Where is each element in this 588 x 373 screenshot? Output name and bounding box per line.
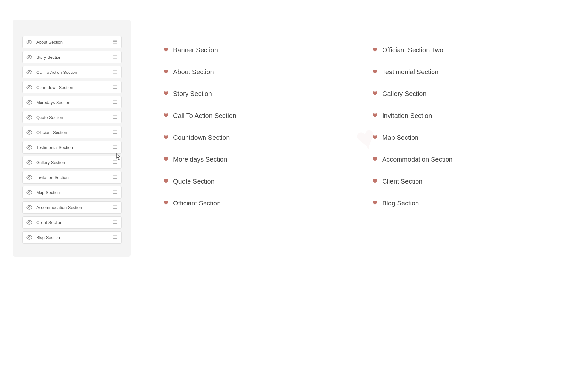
section-row-label: Quote Section [36, 115, 109, 120]
drag-handle-icon[interactable] [113, 130, 117, 135]
svg-point-4 [29, 57, 30, 58]
grid-item-label: Officiant Section [173, 200, 220, 207]
svg-rect-47 [113, 208, 117, 209]
svg-rect-19 [113, 103, 117, 104]
grid-item-label: Call To Action Section [173, 112, 236, 120]
section-row[interactable]: Officiant Section [22, 126, 122, 138]
svg-rect-43 [113, 193, 117, 194]
svg-rect-42 [113, 192, 117, 192]
grid-item-label: Testimonial Section [382, 68, 438, 76]
svg-point-32 [29, 162, 30, 163]
grid-item: Countdown Section [157, 127, 366, 149]
svg-rect-39 [113, 178, 117, 179]
eye-icon [26, 175, 32, 180]
right-content: ♥ Banner Section About Section Story Sec… [157, 20, 575, 257]
svg-point-24 [29, 132, 30, 133]
svg-point-44 [29, 207, 30, 208]
svg-rect-17 [113, 100, 117, 101]
section-row[interactable]: Quote Section [22, 111, 122, 123]
drag-handle-icon[interactable] [113, 85, 117, 90]
eye-icon [26, 115, 32, 120]
section-row[interactable]: Gallery Section [22, 156, 122, 169]
svg-rect-49 [113, 220, 117, 221]
svg-rect-50 [113, 222, 117, 222]
heart-icon [163, 179, 169, 185]
heart-icon [372, 69, 378, 75]
heart-icon [163, 69, 169, 75]
heart-icon [372, 179, 378, 185]
grid-item: About Section [157, 61, 366, 83]
section-row[interactable]: Moredays Section [22, 96, 122, 108]
heart-icon [163, 113, 169, 119]
section-row[interactable]: Blog Section [22, 231, 122, 244]
drag-handle-icon[interactable] [113, 100, 117, 105]
section-row-label: Story Section [36, 55, 109, 60]
section-row-label: Testimonial Section [36, 145, 109, 150]
section-row[interactable]: Invitation Section [22, 171, 122, 184]
svg-rect-55 [113, 238, 117, 239]
svg-rect-23 [113, 118, 117, 119]
section-row[interactable]: Countdown Section [22, 81, 122, 93]
eye-icon [26, 100, 32, 105]
section-row[interactable]: Testimonial Section [22, 141, 122, 154]
section-row[interactable]: Story Section [22, 51, 122, 63]
drag-handle-icon[interactable] [113, 115, 117, 120]
drag-handle-icon[interactable] [113, 160, 117, 165]
svg-rect-31 [113, 148, 117, 149]
drag-handle-icon[interactable] [113, 205, 117, 210]
eye-icon [26, 85, 32, 89]
drag-handle-icon[interactable] [113, 175, 117, 180]
svg-rect-27 [113, 133, 117, 134]
drag-handle-icon[interactable] [113, 40, 117, 45]
grid-item: Officiant Section Two [366, 39, 575, 61]
drag-handle-icon[interactable] [113, 190, 117, 195]
drag-handle-icon[interactable] [113, 220, 117, 225]
svg-rect-3 [113, 43, 117, 44]
eye-icon [26, 55, 32, 59]
section-row[interactable]: Client Section [22, 216, 122, 229]
svg-rect-29 [113, 145, 117, 146]
drag-handle-icon[interactable] [113, 70, 117, 75]
drag-handle-icon[interactable] [113, 235, 117, 240]
svg-rect-18 [113, 102, 117, 102]
grid-item: Call To Action Section [157, 105, 366, 127]
grid-item: Accommodation Section [366, 149, 575, 170]
grid-item-label: Banner Section [173, 46, 218, 54]
sections-grid: Banner Section About Section Story Secti… [157, 39, 575, 214]
grid-item-label: Officiant Section Two [382, 46, 443, 54]
eye-icon [26, 145, 32, 150]
heart-icon [372, 113, 378, 119]
drag-handle-icon[interactable] [113, 55, 117, 60]
svg-point-12 [29, 87, 30, 88]
section-row[interactable]: Call To Action Section [22, 66, 122, 78]
grid-item: Testimonial Section [366, 61, 575, 83]
section-row[interactable]: Accommodation Section [22, 201, 122, 214]
section-row-label: Accommodation Section [36, 205, 109, 210]
svg-rect-6 [113, 57, 117, 57]
svg-rect-33 [113, 160, 117, 161]
svg-rect-41 [113, 190, 117, 191]
svg-rect-11 [113, 73, 117, 74]
left-panel: About Section Story Section Call To Acti… [13, 20, 131, 257]
section-row-label: Gallery Section [36, 160, 109, 165]
svg-point-28 [29, 147, 30, 148]
svg-rect-37 [113, 175, 117, 176]
svg-rect-22 [113, 117, 117, 117]
svg-point-52 [29, 237, 30, 238]
drag-handle-icon[interactable] [113, 145, 117, 150]
section-row[interactable]: About Section [22, 36, 122, 48]
heart-icon [163, 91, 169, 97]
svg-rect-30 [113, 147, 117, 147]
svg-rect-25 [113, 130, 117, 131]
section-row-label: Blog Section [36, 235, 109, 240]
grid-item: Officiant Section [157, 192, 366, 214]
section-row-label: Officiant Section [36, 130, 109, 135]
svg-point-0 [29, 41, 30, 43]
section-row-label: Countdown Section [36, 85, 109, 90]
svg-rect-26 [113, 132, 117, 132]
svg-rect-14 [113, 87, 117, 87]
section-row[interactable]: Map Section [22, 186, 122, 199]
svg-point-36 [29, 177, 30, 178]
grid-item-label: Gallery Section [382, 90, 427, 98]
section-list: About Section Story Section Call To Acti… [22, 36, 122, 244]
